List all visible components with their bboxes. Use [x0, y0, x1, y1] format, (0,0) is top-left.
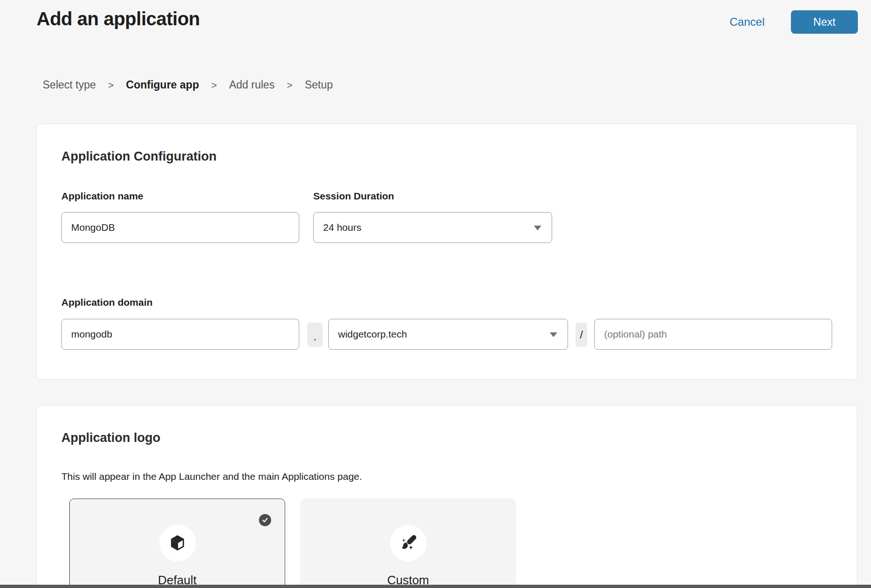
session-duration-select[interactable]: 24 hours — [313, 212, 552, 243]
application-name-input[interactable] — [61, 212, 299, 243]
breadcrumb-separator: > — [108, 80, 114, 91]
breadcrumb-step-add-rules[interactable]: Add rules — [229, 79, 274, 91]
cube-icon — [159, 525, 196, 561]
dot-text: . — [313, 330, 317, 343]
paintbrush-icon — [390, 525, 427, 561]
session-duration-label: Session Duration — [313, 191, 394, 202]
application-configuration-card: Application Configuration Application na… — [37, 124, 857, 380]
selected-check-icon — [259, 514, 271, 526]
subdomain-input[interactable] — [61, 319, 299, 350]
chevron-down-icon — [534, 226, 541, 230]
breadcrumb-step-setup[interactable]: Setup — [305, 79, 333, 91]
application-logo-card: Application logo This will appear in the… — [37, 405, 857, 588]
slash-text: / — [580, 328, 583, 341]
domain-select[interactable]: widgetcorp.tech — [328, 319, 568, 350]
session-duration-value: 24 hours — [323, 222, 362, 233]
logo-options: Default Custom — [69, 499, 516, 588]
cancel-button[interactable]: Cancel — [730, 15, 765, 29]
logo-option-custom[interactable]: Custom — [300, 499, 516, 588]
domain-dot-separator: . — [307, 323, 323, 347]
config-card-heading: Application Configuration — [61, 149, 216, 164]
application-domain-label: Application domain — [61, 297, 153, 308]
logo-option-default[interactable]: Default — [69, 499, 285, 588]
chevron-down-icon — [550, 332, 557, 337]
domain-slash-separator: / — [576, 323, 587, 347]
breadcrumb-step-configure-app[interactable]: Configure app — [126, 79, 199, 91]
bottom-edge-bar — [0, 585, 871, 588]
path-input[interactable] — [594, 319, 832, 350]
domain-value: widgetcorp.tech — [338, 329, 407, 340]
page-title: Add an application — [37, 8, 200, 29]
breadcrumb: Select type > Configure app > Add rules … — [43, 79, 333, 91]
logo-description: This will appear in the App Launcher and… — [61, 471, 362, 482]
next-button[interactable]: Next — [791, 10, 858, 34]
logo-card-heading: Application logo — [61, 431, 160, 445]
application-name-label: Application name — [61, 191, 143, 202]
breadcrumb-separator: > — [211, 80, 217, 91]
breadcrumb-separator: > — [287, 80, 292, 91]
breadcrumb-step-select-type[interactable]: Select type — [43, 79, 96, 91]
